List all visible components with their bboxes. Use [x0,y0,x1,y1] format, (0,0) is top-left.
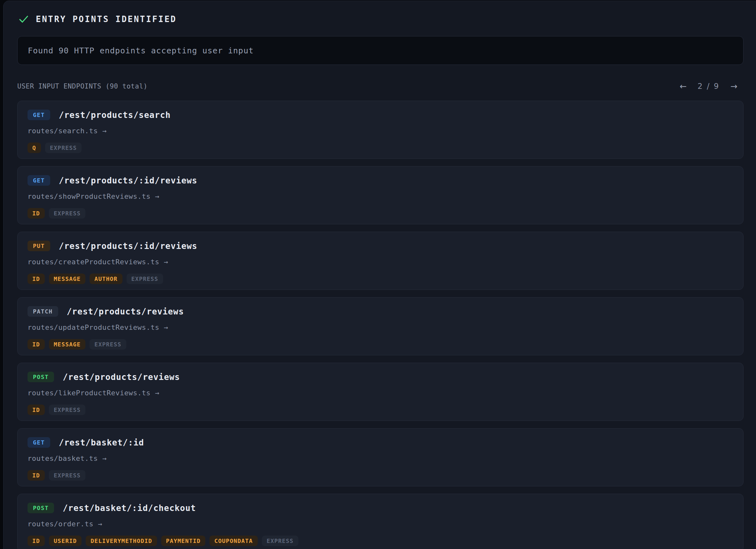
method-badge: POST [28,372,54,382]
page-title: ENTRY POINTS IDENTIFIED [36,14,177,24]
endpoint-path: /rest/products/reviews [67,307,184,316]
endpoint-card: GET /rest/products/:id/reviews routes/sh… [17,166,744,224]
summary-output-box: Found 90 HTTP endpoints accepting user i… [17,36,744,65]
method-badge: GET [28,437,50,448]
param-badge: ID [28,339,45,349]
endpoint-card: PUT /rest/products/:id/reviews routes/cr… [17,232,744,290]
param-badge: DELIVERYMETHODID [86,536,157,546]
framework-badge: EXPRESS [127,274,163,284]
endpoint-path: /rest/products/:id/reviews [59,241,197,251]
endpoints-list-header: USER INPUT ENDPOINTS (90 total) ← 2 / 9 … [17,82,744,91]
check-icon [19,14,29,24]
framework-badge: EXPRESS [90,339,126,349]
source-file-link[interactable]: routes/search.ts → [28,127,106,135]
framework-badge: EXPRESS [49,208,85,219]
prev-page-button[interactable]: ← [680,82,687,90]
method-badge: PUT [28,241,50,251]
method-badge: POST [28,503,54,513]
source-file-link[interactable]: routes/createProductReviews.ts → [28,258,168,266]
param-badge: ID [28,470,45,481]
param-badge: COUPONDATA [209,536,257,546]
endpoint-path: /rest/products/:id/reviews [59,176,197,185]
source-file-link[interactable]: routes/likeProductReviews.ts → [28,389,159,397]
endpoint-path: /rest/products/reviews [63,372,180,382]
endpoint-card: PATCH /rest/products/reviews routes/upda… [17,297,744,355]
param-badge: AUTHOR [90,274,122,284]
endpoint-path: /rest/basket/:id/checkout [63,503,196,513]
framework-badge: EXPRESS [262,536,298,546]
method-badge: GET [28,175,50,186]
framework-badge: EXPRESS [45,143,82,153]
param-badge: PAYMENTID [161,536,205,546]
endpoints-heading: USER INPUT ENDPOINTS (90 total) [17,82,147,90]
param-badge: Q [28,143,41,153]
source-file-link[interactable]: routes/showProductReviews.ts → [28,193,159,200]
param-badge: MESSAGE [49,274,85,284]
endpoint-card: GET /rest/basket/:id routes/basket.ts → … [17,428,744,486]
summary-text: Found 90 HTTP endpoints accepting user i… [28,46,254,55]
source-file-link[interactable]: routes/updateProductReviews.ts → [28,324,168,331]
endpoint-card: POST /rest/basket/:id/checkout routes/or… [17,494,744,549]
status-header: ENTRY POINTS IDENTIFIED [19,14,744,25]
param-badge: ID [28,404,45,415]
source-file-link[interactable]: routes/order.ts → [28,520,102,528]
endpoint-path: /rest/products/search [59,110,171,120]
param-badge: MESSAGE [49,339,85,349]
method-badge: PATCH [28,306,58,317]
param-badge: USERID [49,536,82,546]
method-badge: GET [28,110,50,120]
param-badge: ID [28,274,45,284]
pagination: ← 2 / 9 → [680,82,737,91]
endpoint-card: POST /rest/products/reviews routes/likeP… [17,363,744,421]
endpoint-card: GET /rest/products/search routes/search.… [17,101,744,159]
endpoint-path: /rest/basket/:id [59,438,144,447]
param-badge: ID [28,208,45,219]
endpoints-list: GET /rest/products/search routes/search.… [17,101,744,549]
framework-badge: EXPRESS [49,470,85,481]
param-badge: ID [28,536,45,546]
framework-badge: EXPRESS [49,404,85,415]
page-indicator: 2 / 9 [697,82,720,91]
next-page-button[interactable]: → [730,82,737,90]
source-file-link[interactable]: routes/basket.ts → [28,455,106,462]
entry-points-panel: ENTRY POINTS IDENTIFIED Found 90 HTTP en… [3,1,756,549]
